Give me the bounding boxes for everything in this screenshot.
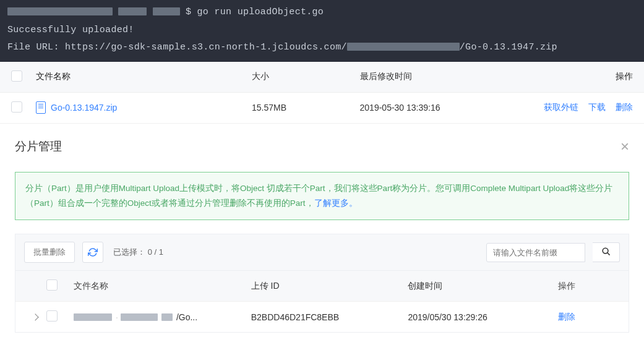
parts-row-checkbox[interactable] (46, 310, 58, 322)
parts-col-time: 创建时间 (408, 281, 558, 292)
col-header-size: 大小 (252, 71, 360, 82)
terminal-line-cmd: $ go run uploadObject.go (7, 4, 637, 22)
search-icon (601, 247, 611, 256)
col-header-act: 操作 (528, 71, 633, 82)
parts-select-all-checkbox[interactable] (46, 279, 58, 291)
parts-col-act: 操作 (558, 281, 620, 292)
multipart-panel: 分片管理 × 分片（Part）是用户使用Multipart Upload上传模式… (0, 124, 644, 341)
parts-delete-link[interactable]: 删除 (558, 312, 575, 322)
parts-upload-id: B2BDD46D21FC8EBB (251, 312, 408, 322)
action-get-link[interactable]: 获取外链 (544, 102, 578, 113)
terminal-line-1: Successfully uploaded! (7, 22, 637, 40)
panel-title: 分片管理 (15, 138, 62, 155)
file-icon (36, 101, 46, 114)
parts-col-name: 文件名称 (74, 281, 251, 292)
file-name-link[interactable]: Go-0.13.1947.zip (51, 103, 117, 113)
svg-line-1 (608, 253, 609, 255)
col-header-name: 文件名称 (36, 71, 252, 82)
select-all-checkbox[interactable] (11, 70, 22, 82)
selected-label: 已选择： 0 / 1 (113, 247, 163, 258)
row-checkbox[interactable] (11, 101, 22, 113)
terminal-line-2: File URL: https://go-sdk-sample.s3.cn-no… (7, 39, 637, 57)
terminal-output: $ go run uploadObject.go Successfully up… (0, 0, 644, 62)
terminal-command: go run uploadObject.go (197, 7, 324, 17)
file-row: Go-0.13.1947.zip 15.57MB 2019-05-30 13:3… (0, 93, 644, 124)
batch-delete-button[interactable]: 批量删除 (24, 242, 75, 263)
search-input[interactable] (486, 243, 585, 262)
learn-more-link[interactable]: 了解更多。 (314, 198, 358, 208)
info-alert: 分片（Part）是用户使用Multipart Upload上传模式时，将Obje… (15, 172, 629, 221)
file-size: 15.57MB (252, 103, 360, 113)
action-download[interactable]: 下载 (588, 102, 606, 113)
col-header-time: 最后修改时间 (360, 71, 528, 82)
parts-toolbar: 批量删除 已选择： 0 / 1 (15, 234, 629, 270)
parts-file-name: ·/Go... (74, 312, 251, 322)
file-table-header: 文件名称 大小 最后修改时间 操作 (0, 62, 644, 93)
refresh-button[interactable] (82, 242, 103, 263)
parts-table-header: 文件名称 上传 ID 创建时间 操作 (15, 270, 629, 301)
parts-section: 批量删除 已选择： 0 / 1 文件名称 上传 ID 创建时间 操作 (15, 234, 629, 333)
close-icon[interactable]: × (620, 139, 629, 154)
parts-col-id: 上传 ID (251, 281, 408, 292)
search-button[interactable] (593, 242, 620, 262)
expand-chevron-icon[interactable] (32, 313, 38, 320)
parts-row: ·/Go... B2BDD46D21FC8EBB 2019/05/30 13:2… (15, 301, 629, 332)
file-mtime: 2019-05-30 13:39:16 (360, 103, 528, 113)
refresh-icon (88, 247, 98, 257)
action-delete[interactable]: 删除 (616, 102, 633, 113)
parts-create-time: 2019/05/30 13:29:26 (408, 312, 558, 322)
